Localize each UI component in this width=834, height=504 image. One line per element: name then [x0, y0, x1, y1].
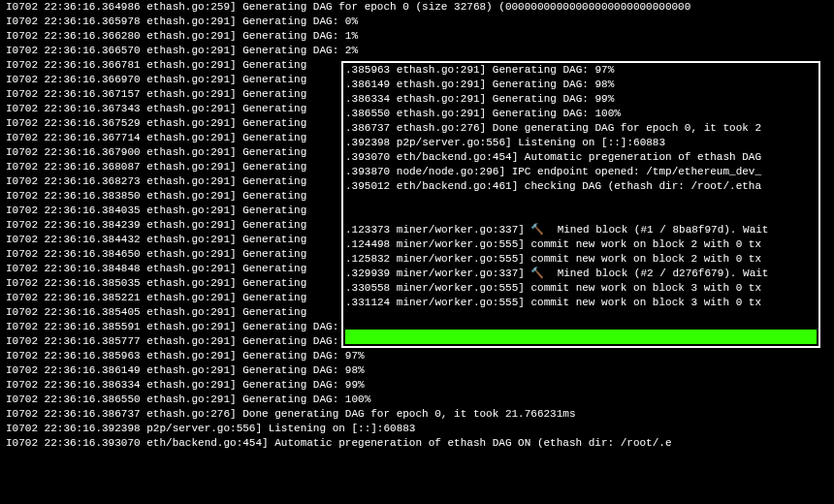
terminal-line: I0702 22:36:16.393070 eth/backend.go:454… [0, 436, 834, 451]
overlay-line: .392398 p2p/server.go:556] Listening on … [343, 136, 818, 150]
overlay-line: .386334 ethash.go:291] Generating DAG: 9… [343, 92, 818, 107]
overlay-line: .330558 miner/worker.go:555] commit new … [343, 281, 818, 296]
terminal-line: I0702 22:36:16.366570 ethash.go:291] Gen… [0, 44, 834, 58]
overlay-line: .393070 eth/backend.go:454] Automatic pr… [343, 150, 818, 165]
overlay-line: .386737 ethash.go:276] Done generating D… [343, 121, 818, 136]
terminal-line: I0702 22:36:16.366280 ethash.go:291] Gen… [0, 29, 834, 44]
overlay-line: .123373 miner/worker.go:337] 🔨 Mined blo… [343, 223, 818, 237]
terminal-line: I0702 22:36:16.364986 ethash.go:259] Gen… [0, 0, 834, 15]
overlay-line: .393870 node/node.go:296] IPC endpoint o… [343, 165, 818, 179]
terminal-line: I0702 22:36:16.386334 ethash.go:291] Gen… [0, 378, 834, 393]
overlay-line [343, 310, 818, 325]
terminal-line: I0702 22:36:16.386737 ethash.go:276] Don… [0, 407, 834, 422]
overlay-line: .124498 miner/worker.go:555] commit new … [343, 237, 818, 252]
terminal-line: I0702 22:36:16.392398 p2p/server.go:556]… [0, 422, 834, 436]
overlay-line: .125832 miner/worker.go:555] commit new … [343, 252, 818, 267]
tmux-status-text: leafle- 3:zsh 4:exit [372, 345, 507, 348]
overlay-line: .395012 eth/backend.go:461] checking DAG… [343, 179, 818, 194]
overlay-content: .385963 ethash.go:291] Generating DAG: 9… [343, 63, 818, 325]
overlay-line: .329939 miner/worker.go:337] 🔨 Mined blo… [343, 267, 818, 281]
overlay-line [343, 194, 818, 208]
overlay-line: .386149 ethash.go:291] Generating DAG: 9… [343, 78, 818, 92]
overlay-line [343, 208, 818, 223]
overlay-line: .386550 ethash.go:291] Generating DAG: 1… [343, 107, 818, 121]
tmux-status-bar[interactable]: leafle- 3:zsh 4:exit [345, 330, 817, 344]
terminal-line: I0702 22:36:16.385963 ethash.go:291] Gen… [0, 349, 834, 363]
overlay-line: .331124 miner/worker.go:555] commit new … [343, 296, 818, 310]
tmux-overlay-pane[interactable]: .385963 ethash.go:291] Generating DAG: 9… [341, 61, 820, 348]
terminal-line: I0702 22:36:16.386149 ethash.go:291] Gen… [0, 363, 834, 378]
terminal-line: I0702 22:36:16.386550 ethash.go:291] Gen… [0, 393, 834, 407]
terminal-line: I0702 22:36:16.365978 ethash.go:291] Gen… [0, 15, 834, 29]
overlay-line: .385963 ethash.go:291] Generating DAG: 9… [343, 63, 818, 78]
